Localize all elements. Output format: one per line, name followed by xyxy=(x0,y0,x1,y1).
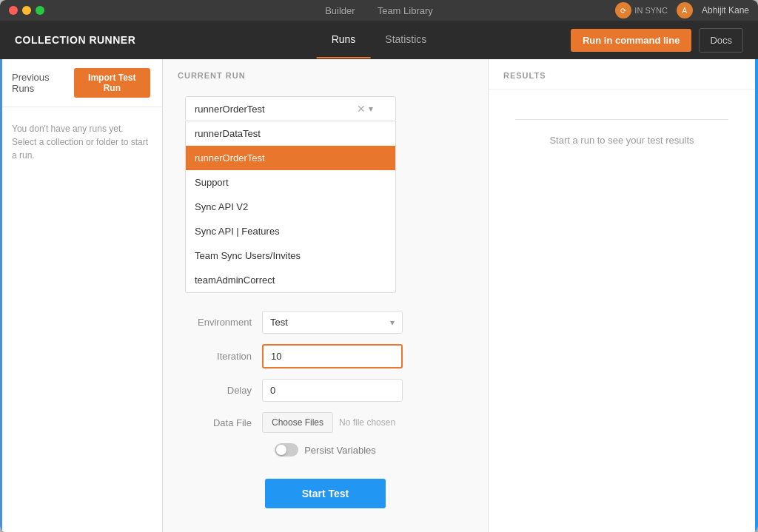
iteration-input[interactable] xyxy=(262,344,403,368)
data-file-label: Data File xyxy=(185,417,252,428)
iteration-label: Iteration xyxy=(185,351,252,362)
iteration-row: Iteration xyxy=(185,344,466,368)
sidebar-empty-message: You don't have any runs yet. Select a co… xyxy=(0,107,162,177)
persist-variables-row: Persist Variables xyxy=(185,443,466,457)
clear-icon[interactable]: ✕ xyxy=(357,103,366,115)
run-form: runnerOrderTest ✕ ▾ runnerDataTest runne… xyxy=(163,89,488,531)
app-title: COLLECTION RUNNER xyxy=(15,34,135,46)
username-label: Abhijit Kane xyxy=(702,5,749,16)
dropdown-item-6[interactable]: teamAdminCorrect xyxy=(186,268,395,292)
data-file-row: Data File Choose Files No file chosen xyxy=(185,412,466,433)
environment-select[interactable]: Test ▾ xyxy=(262,311,403,334)
delay-input[interactable] xyxy=(262,379,403,402)
toggle-knob xyxy=(276,445,286,455)
traffic-lights xyxy=(9,6,44,15)
current-run-label: CURRENT RUN xyxy=(163,59,488,89)
import-test-run-button[interactable]: Import Test Run xyxy=(74,68,150,98)
docs-button[interactable]: Docs xyxy=(699,28,743,53)
results-divider xyxy=(515,119,728,120)
previous-runs-label: Previous Runs xyxy=(12,72,67,94)
results-label: RESULTS xyxy=(489,59,755,90)
maximize-button[interactable] xyxy=(36,6,44,15)
dropdown-item-2[interactable]: Support xyxy=(186,170,395,195)
app-header: COLLECTION RUNNER Runs Statistics Run in… xyxy=(0,21,758,59)
tab-team-library[interactable]: Team Library xyxy=(378,5,433,16)
start-test-button[interactable]: Start Test xyxy=(265,479,386,508)
environment-row: Environment Test ▾ xyxy=(185,311,466,334)
tab-builder[interactable]: Builder xyxy=(325,5,355,16)
header-actions: Run in command line Docs xyxy=(571,28,743,53)
results-panel: RESULTS Start a run to see your test res… xyxy=(489,59,755,532)
titlebar-right: ⟳ IN SYNC A Abhijit Kane xyxy=(615,2,749,18)
environment-value: Test xyxy=(270,317,288,328)
sync-badge: ⟳ IN SYNC xyxy=(615,2,668,18)
sidebar: Previous Runs Import Test Run You don't … xyxy=(0,59,163,532)
environment-label: Environment xyxy=(185,317,252,328)
main-layout: Previous Runs Import Test Run You don't … xyxy=(0,59,758,532)
collection-dropdown-wrapper: runnerOrderTest ✕ ▾ runnerDataTest runne… xyxy=(185,96,466,293)
collection-select[interactable]: runnerOrderTest ✕ ▾ xyxy=(185,96,396,121)
environment-chevron-icon: ▾ xyxy=(390,317,395,328)
sync-label: IN SYNC xyxy=(634,6,668,15)
close-button[interactable] xyxy=(9,6,18,15)
user-avatar: A xyxy=(677,2,693,18)
dropdown-item-4[interactable]: Sync API | Features xyxy=(186,219,395,243)
minimize-button[interactable] xyxy=(22,6,31,15)
app-window: Builder Team Library ⟳ IN SYNC A Abhijit… xyxy=(0,0,758,532)
sidebar-accent xyxy=(0,59,2,532)
dropdown-item-5[interactable]: Team Sync Users/Invites xyxy=(186,243,395,268)
tab-statistics[interactable]: Statistics xyxy=(370,21,441,58)
tab-runs[interactable]: Runs xyxy=(317,21,371,58)
dropdown-item-1[interactable]: runnerOrderTest xyxy=(186,146,395,170)
sync-avatar: ⟳ xyxy=(615,2,631,18)
titlebar-tabs: Builder Team Library xyxy=(325,5,433,16)
right-accent-bar xyxy=(755,59,758,532)
results-message: Start a run to see your test results xyxy=(549,135,694,146)
chevron-down-icon: ▾ xyxy=(369,104,373,114)
header-tabs: Runs Statistics xyxy=(317,21,442,58)
start-test-row: Start Test xyxy=(185,479,466,508)
persist-variables-toggle[interactable] xyxy=(275,443,298,457)
content-area: CURRENT RUN runnerOrderTest ✕ ▾ runnerD xyxy=(163,59,758,532)
delay-row: Delay xyxy=(185,379,466,402)
dropdown-item-0[interactable]: runnerDataTest xyxy=(186,121,395,146)
results-placeholder: Start a run to see your test results xyxy=(489,90,755,532)
sidebar-header: Previous Runs Import Test Run xyxy=(0,59,162,107)
current-run-panel: CURRENT RUN runnerOrderTest ✕ ▾ runnerD xyxy=(163,59,489,532)
collection-dropdown-list: runnerDataTest runnerOrderTest Support S… xyxy=(185,121,396,293)
persist-variables-label: Persist Variables xyxy=(304,445,376,456)
dropdown-item-3[interactable]: Sync API V2 xyxy=(186,195,395,219)
collection-selected-value: runnerOrderTest xyxy=(195,104,265,115)
delay-label: Delay xyxy=(185,385,252,396)
choose-files-button[interactable]: Choose Files xyxy=(262,412,333,433)
no-file-label: No file chosen xyxy=(339,417,395,428)
titlebar: Builder Team Library ⟳ IN SYNC A Abhijit… xyxy=(0,0,758,21)
run-command-line-button[interactable]: Run in command line xyxy=(571,29,691,52)
